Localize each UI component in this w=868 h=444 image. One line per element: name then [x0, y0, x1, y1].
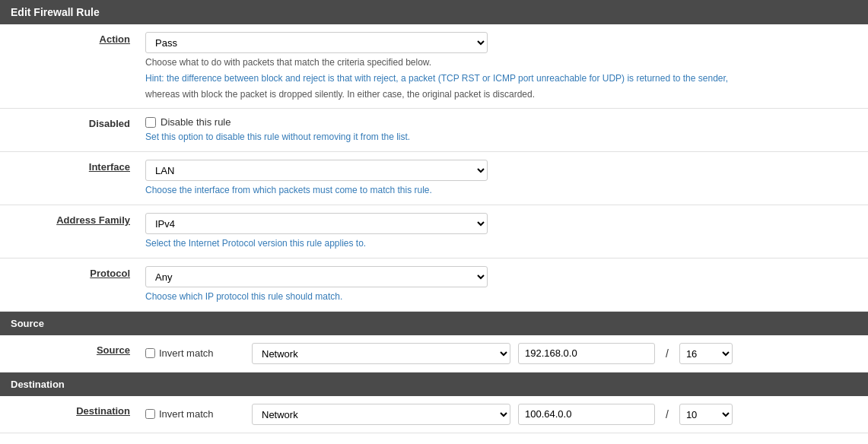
source-invert-label: Invert match — [159, 347, 214, 359]
disabled-label-text: Disabled — [89, 118, 130, 129]
protocol-hint-text: Choose which IP protocol this rule shoul… — [145, 291, 342, 302]
source-content: Invert match Network Any This Firewall L… — [141, 335, 868, 373]
action-hint2-text: Hint: the difference between block and r… — [145, 73, 728, 84]
address-family-content: IPv4 IPv6 IPv4+IPv6 Select the Internet … — [141, 205, 868, 258]
disabled-checkbox-row: Disable this rule — [145, 116, 857, 128]
source-label: Source — [0, 335, 141, 373]
address-family-hint-text: Select the Internet Protocol version thi… — [145, 238, 366, 249]
protocol-link[interactable]: Protocol — [90, 268, 130, 279]
protocol-label: Protocol — [0, 258, 141, 311]
address-family-hint: Select the Internet Protocol version thi… — [145, 237, 857, 250]
destination-invert-label: Invert match — [159, 408, 214, 420]
source-link[interactable]: Source — [97, 344, 130, 356]
source-cidr-select[interactable]: 8 16 24 32 — [679, 343, 733, 364]
page-title: Edit Firewall Rule — [0, 0, 868, 24]
address-family-row: Address Family IPv4 IPv6 IPv4+IPv6 Selec… — [0, 205, 868, 258]
address-family-link[interactable]: Address Family — [56, 214, 130, 226]
destination-slash: / — [663, 408, 672, 420]
disabled-content: Disable this rule Set this option to dis… — [141, 109, 868, 152]
action-row: Action Pass Block Reject Choose what to … — [0, 24, 868, 109]
destination-row: Destination Invert match Network Any Thi… — [0, 396, 868, 433]
disabled-row: Disabled Disable this rule Set this opti… — [0, 109, 868, 152]
source-network-select[interactable]: Network Any This Firewall LAN subnet WAN… — [252, 343, 510, 364]
destination-header-text: Destination — [11, 379, 65, 390]
destination-content: Invert match Network Any This Firewall L… — [141, 396, 868, 433]
address-family-label: Address Family — [0, 205, 141, 258]
destination-label: Destination — [0, 396, 141, 433]
destination-network-select[interactable]: Network Any This Firewall LAN subnet WAN… — [252, 404, 510, 425]
disabled-hint: Set this option to disable this rule wit… — [145, 131, 857, 144]
action-hint2: Hint: the difference between block and r… — [145, 72, 857, 85]
source-table: Source Invert match Network Any This Fir… — [0, 335, 868, 373]
source-header-text: Source — [11, 318, 44, 329]
destination-section-header: Destination — [0, 373, 868, 396]
action-link[interactable]: Action — [100, 33, 130, 45]
interface-row: Interface LAN WAN LAN2 Choose the interf… — [0, 152, 868, 205]
action-select[interactable]: Pass Block Reject — [145, 32, 488, 53]
source-invert-checkbox[interactable] — [145, 348, 155, 358]
page-wrapper: Edit Firewall Rule Action Pass Block Rej… — [0, 0, 868, 444]
destination-invert-checkbox[interactable] — [145, 409, 155, 419]
protocol-select[interactable]: Any TCP UDP TCP/UDP ICMP — [145, 266, 488, 287]
interface-hint-text: Choose the interface from which packets … — [145, 185, 432, 195]
source-invert-wrap: Invert match — [145, 347, 244, 359]
source-fields-row: Invert match Network Any This Firewall L… — [145, 343, 857, 364]
source-row: Source Invert match Network Any This Fir… — [0, 335, 868, 373]
destination-table: Destination Invert match Network Any Thi… — [0, 396, 868, 433]
page-title-text: Edit Firewall Rule — [11, 6, 100, 18]
destination-invert-wrap: Invert match — [145, 408, 244, 420]
interface-content: LAN WAN LAN2 Choose the interface from w… — [141, 152, 868, 205]
interface-hint: Choose the interface from which packets … — [145, 184, 857, 197]
disabled-checkbox[interactable] — [145, 117, 156, 128]
interface-label: Interface — [0, 152, 141, 205]
source-section-header: Source — [0, 312, 868, 335]
disabled-checkbox-label: Disable this rule — [161, 116, 231, 128]
source-ip-input[interactable] — [518, 343, 655, 364]
disabled-label: Disabled — [0, 109, 141, 152]
address-family-select[interactable]: IPv4 IPv6 IPv4+IPv6 — [145, 213, 488, 234]
form-table: Action Pass Block Reject Choose what to … — [0, 24, 868, 312]
action-hint3: whereas with block the packet is dropped… — [145, 88, 857, 101]
source-slash: / — [663, 347, 672, 360]
action-hint1: Choose what to do with packets that matc… — [145, 56, 857, 69]
interface-link[interactable]: Interface — [89, 161, 130, 173]
destination-link[interactable]: Destination — [76, 405, 130, 417]
destination-ip-input[interactable] — [518, 404, 655, 425]
destination-fields-row: Invert match Network Any This Firewall L… — [145, 404, 857, 425]
destination-cidr-select[interactable]: 8 10 16 24 32 — [679, 404, 733, 425]
interface-select[interactable]: LAN WAN LAN2 — [145, 160, 488, 181]
action-label: Action — [0, 24, 141, 109]
protocol-hint: Choose which IP protocol this rule shoul… — [145, 290, 857, 303]
protocol-content: Any TCP UDP TCP/UDP ICMP Choose which IP… — [141, 258, 868, 311]
action-content: Pass Block Reject Choose what to do with… — [141, 24, 868, 109]
protocol-row: Protocol Any TCP UDP TCP/UDP ICMP Choose… — [0, 258, 868, 311]
disabled-hint-text: Set this option to disable this rule wit… — [145, 132, 410, 142]
